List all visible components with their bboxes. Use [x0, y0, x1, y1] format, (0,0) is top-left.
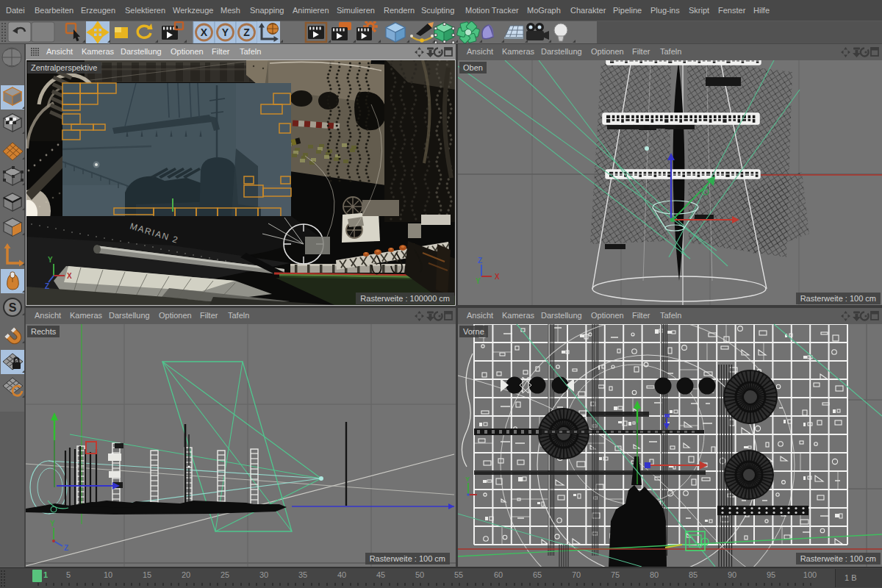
svg-text:X: X	[67, 272, 72, 280]
svg-text:Y: Y	[222, 26, 229, 38]
svg-text:Z: Z	[478, 257, 482, 265]
svg-text:Y: Y	[48, 256, 53, 264]
svg-text:Z: Z	[64, 544, 68, 552]
svg-text:X: X	[495, 273, 500, 281]
svg-text:Z: Z	[45, 282, 49, 290]
svg-text:Z: Z	[243, 26, 250, 38]
svg-text:Y: Y	[465, 476, 470, 483]
svg-text:X: X	[201, 26, 208, 38]
svg-text:Y: Y	[476, 277, 481, 285]
svg-text:S: S	[9, 301, 17, 314]
svg-text:Y: Y	[50, 520, 55, 528]
